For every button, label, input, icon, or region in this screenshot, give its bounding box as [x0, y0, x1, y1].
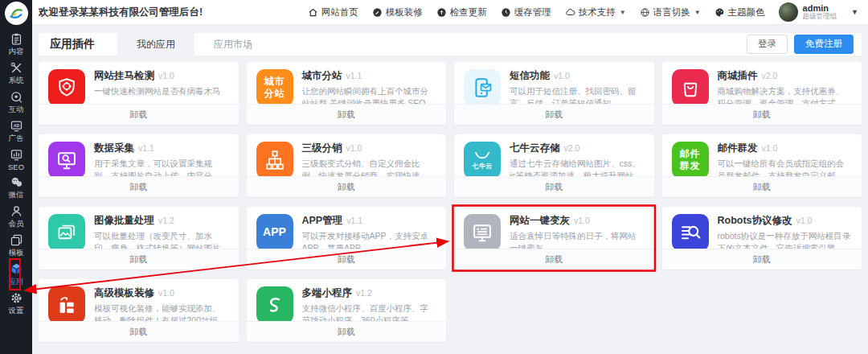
- uninstall-button[interactable]: 卸载: [39, 249, 239, 270]
- topnav-label: 模板装修: [386, 6, 423, 19]
- plugin-name: 七牛云存储: [510, 142, 560, 155]
- uninstall-button[interactable]: 卸载: [662, 176, 862, 197]
- ads-icon: AD: [10, 119, 23, 133]
- plugin-version: v2.0: [762, 71, 778, 80]
- app-window: 内容系统互动AD广告SEO微信会员模板应用设置 欢迎登录某某科技有限公司管理后台…: [0, 0, 868, 354]
- sms-phone-icon: [464, 69, 501, 106]
- plugin-cards-grid: 网站挂马检测v1.0一键快速检测网站是否有病毒木马卸载城市分站城市分站v1.1让…: [39, 62, 862, 342]
- sidebar-item-3[interactable]: 互动: [8, 88, 24, 117]
- plugin-name: 数据采集: [94, 142, 134, 155]
- topnav-item-3[interactable]: 检查更新: [436, 6, 487, 19]
- uninstall-button[interactable]: 卸载: [454, 176, 654, 197]
- plugin-name: 短信功能: [510, 69, 550, 83]
- uninstall-button[interactable]: 卸载: [247, 104, 447, 125]
- plugin-version: v1.0: [158, 71, 174, 80]
- plugin-card-7: 七牛云七牛云存储v2.0通过七牛云存储给网站图片、css、js等静态资源加速，极…: [454, 134, 654, 197]
- cache-clock-icon: [501, 7, 511, 18]
- avatar[interactable]: [779, 2, 798, 22]
- sidebar-item-label: 模板: [9, 248, 24, 258]
- main-area: 欢迎登录某某科技有限公司管理后台! 网站首页模板装修检查更新缓存管理技术支持▼语…: [32, 0, 868, 354]
- sidebar-item-10[interactable]: 设置: [8, 289, 24, 318]
- uninstall-button[interactable]: 卸载: [454, 104, 654, 125]
- plugin-name: 商城插件: [718, 69, 758, 83]
- sidebar-item-6[interactable]: 微信: [8, 173, 24, 202]
- tab-app-market[interactable]: 应用市场: [194, 33, 272, 56]
- shop-bag-icon: [672, 69, 709, 106]
- sidebar-item-4[interactable]: AD广告: [8, 117, 24, 146]
- icon-text-line: 七牛云: [472, 163, 493, 171]
- caret-down-icon[interactable]: ▼: [851, 8, 858, 16]
- sidebar-item-7[interactable]: 会员: [8, 202, 24, 231]
- tab-my-apps[interactable]: 我的应用: [117, 33, 194, 56]
- interaction-icon: [10, 90, 23, 104]
- caret-down-icon: ▼: [620, 9, 626, 16]
- caret-down-icon: ▼: [694, 9, 701, 16]
- topnav-item-6[interactable]: 语言切换▼: [640, 6, 701, 19]
- home-icon: [308, 7, 318, 18]
- plugin-name: 三级分销: [302, 142, 342, 155]
- sidebar: 内容系统互动AD广告SEO微信会员模板应用设置: [0, 0, 32, 354]
- plugin-version: v1.0: [796, 216, 813, 225]
- sidebar-item-label: 系统: [9, 76, 24, 86]
- plugin-name: 图像批量处理: [94, 214, 154, 228]
- register-button[interactable]: 免费注册: [794, 35, 854, 54]
- icon-text-line: 分站: [264, 88, 285, 100]
- update-icon: [436, 7, 447, 18]
- login-button[interactable]: 登录: [747, 35, 788, 54]
- apps-cube-icon: [10, 262, 23, 276]
- uninstall-button[interactable]: 卸载: [247, 321, 447, 342]
- sidebar-item-label: 互动: [9, 105, 24, 115]
- settings-gear-icon: [10, 291, 23, 305]
- language-globe-icon: [640, 7, 650, 18]
- plugin-description: 一键快速检测网站是否有病毒木马: [94, 85, 221, 97]
- topbar: 欢迎登录某某科技有限公司管理后台! 网站首页模板装修检查更新缓存管理技术支持▼语…: [32, 0, 868, 25]
- uninstall-button[interactable]: 卸载: [39, 104, 239, 125]
- plugin-version: v1.0: [762, 143, 778, 153]
- icon-text-line: APP: [263, 225, 286, 240]
- site-logo-icon[interactable]: [5, 2, 28, 25]
- svg-text:AD: AD: [13, 122, 19, 127]
- uninstall-button[interactable]: 卸载: [662, 104, 862, 125]
- plugin-version: v1.1: [346, 216, 362, 225]
- plugin-version: v1.0: [346, 143, 362, 153]
- topnav-item-5[interactable]: 技术支持▼: [565, 6, 626, 19]
- mail-text-icon: 邮件群发: [672, 142, 709, 179]
- topnav-label: 缓存管理: [514, 6, 551, 19]
- topnav-item-7[interactable]: 主题颜色: [714, 6, 765, 19]
- sidebar-item-label: 内容: [9, 47, 24, 57]
- sidebar-item-8[interactable]: 模板: [8, 231, 24, 260]
- plugin-card-3: 短信功能v1.0可以用于短信注册、找回密码、留言、反馈、订单等短信通知卸载: [454, 62, 654, 125]
- wechat-icon: [10, 175, 23, 189]
- plugin-version: v2.0: [564, 143, 580, 153]
- plugin-version: v1.0: [158, 288, 174, 298]
- welcome-text: 欢迎登录某某科技有限公司管理后台!: [39, 6, 203, 19]
- plugin-name: 邮件群发: [718, 142, 758, 155]
- topnav-item-1[interactable]: 网站首页: [308, 6, 358, 19]
- plugin-name: 网站一键变灰: [510, 214, 570, 228]
- user-menu[interactable]: admin 超级管理组 ▼: [779, 2, 858, 22]
- uninstall-button[interactable]: 卸载: [39, 321, 239, 342]
- city-text-icon: 城市分站: [256, 69, 293, 106]
- sidebar-item-5[interactable]: SEO: [8, 146, 24, 173]
- uninstall-button[interactable]: 卸载: [247, 176, 447, 197]
- uninstall-button[interactable]: 卸载: [247, 249, 447, 270]
- plugin-card-4: 商城插件v2.0商城购物解决方案，支持优惠券、积分管理、资金管理、支付方式、配送…: [662, 62, 862, 125]
- plugin-name: 网站挂马检测: [94, 69, 154, 83]
- sidebar-item-1[interactable]: 内容: [8, 30, 24, 59]
- uninstall-button[interactable]: 卸载: [454, 249, 654, 270]
- plugin-card-12: Robots协议修改v1.0robots协议是一种存放于网站根目录下的文本文件，…: [662, 207, 862, 270]
- uninstall-button[interactable]: 卸载: [39, 176, 239, 197]
- robots-icon: [672, 214, 709, 251]
- sidebar-item-2[interactable]: 系统: [8, 59, 24, 88]
- topnav-label: 技术支持: [579, 6, 616, 19]
- member-icon: [10, 204, 23, 218]
- uninstall-button[interactable]: 卸载: [662, 249, 862, 270]
- plugin-version: v1.1: [346, 71, 362, 80]
- collect-icon: [48, 142, 85, 179]
- decorate-icon: [372, 7, 383, 18]
- templates-icon: [10, 233, 23, 247]
- sidebar-item-9[interactable]: 应用: [8, 260, 24, 289]
- topnav-item-2[interactable]: 模板装修: [372, 6, 423, 19]
- qiniu-horns-icon: 七牛云: [464, 142, 501, 179]
- topnav-item-4[interactable]: 缓存管理: [501, 6, 551, 19]
